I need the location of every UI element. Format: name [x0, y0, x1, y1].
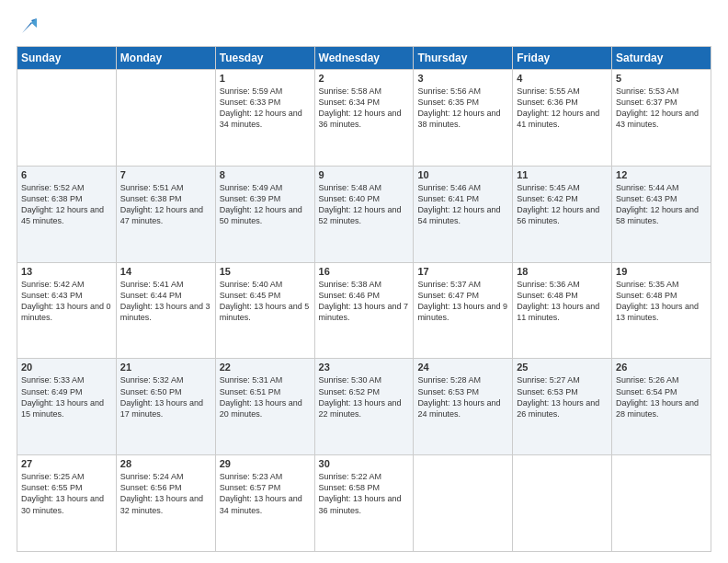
cell-details: Sunrise: 5:38 AM Sunset: 6:46 PM Dayligh… [319, 279, 410, 324]
calendar-cell: 23Sunrise: 5:30 AM Sunset: 6:52 PM Dayli… [314, 359, 414, 455]
calendar-week-row: 6Sunrise: 5:52 AM Sunset: 6:38 PM Daylig… [17, 166, 711, 262]
day-number: 30 [319, 458, 410, 469]
calendar-cell: 30Sunrise: 5:22 AM Sunset: 6:58 PM Dayli… [314, 455, 414, 552]
cell-details: Sunrise: 5:41 AM Sunset: 6:44 PM Dayligh… [120, 279, 211, 324]
day-number: 2 [319, 73, 410, 84]
page: SundayMondayTuesdayWednesdayThursdayFrid… [0, 0, 728, 563]
cell-details: Sunrise: 5:31 AM Sunset: 6:51 PM Dayligh… [220, 374, 311, 419]
cell-details: Sunrise: 5:48 AM Sunset: 6:40 PM Dayligh… [319, 182, 410, 227]
day-number: 28 [120, 458, 211, 469]
calendar-cell: 27Sunrise: 5:25 AM Sunset: 6:55 PM Dayli… [17, 455, 117, 552]
calendar-cell [17, 70, 117, 167]
day-number: 18 [517, 266, 608, 277]
cell-details: Sunrise: 5:36 AM Sunset: 6:48 PM Dayligh… [517, 279, 608, 324]
calendar-cell: 7Sunrise: 5:51 AM Sunset: 6:38 PM Daylig… [116, 166, 215, 262]
calendar-cell: 24Sunrise: 5:28 AM Sunset: 6:53 PM Dayli… [414, 359, 513, 455]
cell-details: Sunrise: 5:45 AM Sunset: 6:42 PM Dayligh… [517, 182, 608, 227]
header [17, 17, 711, 37]
day-number: 15 [220, 266, 311, 277]
weekday-header: Tuesday [215, 47, 314, 70]
day-number: 22 [220, 362, 311, 373]
day-number: 25 [517, 362, 608, 373]
weekday-header: Thursday [414, 47, 513, 70]
cell-details: Sunrise: 5:52 AM Sunset: 6:38 PM Dayligh… [21, 182, 112, 227]
cell-details: Sunrise: 5:25 AM Sunset: 6:55 PM Dayligh… [21, 471, 112, 516]
calendar-cell: 20Sunrise: 5:33 AM Sunset: 6:49 PM Dayli… [17, 359, 117, 455]
day-number: 16 [319, 266, 410, 277]
calendar-cell: 28Sunrise: 5:24 AM Sunset: 6:56 PM Dayli… [116, 455, 215, 552]
calendar-week-row: 27Sunrise: 5:25 AM Sunset: 6:55 PM Dayli… [17, 455, 711, 552]
weekday-header: Friday [513, 47, 612, 70]
day-number: 10 [417, 169, 508, 180]
day-number: 8 [220, 169, 311, 180]
calendar-cell: 2Sunrise: 5:58 AM Sunset: 6:34 PM Daylig… [314, 70, 414, 167]
day-number: 12 [616, 169, 707, 180]
cell-details: Sunrise: 5:46 AM Sunset: 6:41 PM Dayligh… [417, 182, 508, 227]
day-number: 29 [220, 458, 311, 469]
weekday-header: Sunday [17, 47, 117, 70]
calendar-cell: 10Sunrise: 5:46 AM Sunset: 6:41 PM Dayli… [414, 166, 513, 262]
cell-details: Sunrise: 5:56 AM Sunset: 6:35 PM Dayligh… [417, 86, 508, 131]
day-number: 24 [417, 362, 508, 373]
day-number: 19 [616, 266, 707, 277]
calendar-cell: 25Sunrise: 5:27 AM Sunset: 6:53 PM Dayli… [513, 359, 612, 455]
day-number: 27 [21, 458, 112, 469]
calendar-cell: 1Sunrise: 5:59 AM Sunset: 6:33 PM Daylig… [215, 70, 314, 167]
calendar-cell: 13Sunrise: 5:42 AM Sunset: 6:43 PM Dayli… [17, 262, 117, 359]
logo [17, 17, 39, 37]
day-number: 26 [616, 362, 707, 373]
day-number: 6 [21, 169, 112, 180]
calendar-cell: 18Sunrise: 5:36 AM Sunset: 6:48 PM Dayli… [513, 262, 612, 359]
calendar-cell: 3Sunrise: 5:56 AM Sunset: 6:35 PM Daylig… [414, 70, 513, 167]
cell-details: Sunrise: 5:49 AM Sunset: 6:39 PM Dayligh… [220, 182, 311, 227]
calendar-cell: 21Sunrise: 5:32 AM Sunset: 6:50 PM Dayli… [116, 359, 215, 455]
cell-details: Sunrise: 5:42 AM Sunset: 6:43 PM Dayligh… [21, 279, 112, 324]
calendar-cell: 15Sunrise: 5:40 AM Sunset: 6:45 PM Dayli… [215, 262, 314, 359]
day-number: 14 [120, 266, 211, 277]
calendar-cell: 14Sunrise: 5:41 AM Sunset: 6:44 PM Dayli… [116, 262, 215, 359]
calendar-cell [513, 455, 612, 552]
calendar-cell [612, 455, 711, 552]
calendar-cell: 16Sunrise: 5:38 AM Sunset: 6:46 PM Dayli… [314, 262, 414, 359]
cell-details: Sunrise: 5:40 AM Sunset: 6:45 PM Dayligh… [220, 279, 311, 324]
day-number: 3 [417, 73, 508, 84]
cell-details: Sunrise: 5:58 AM Sunset: 6:34 PM Dayligh… [319, 86, 410, 131]
cell-details: Sunrise: 5:30 AM Sunset: 6:52 PM Dayligh… [319, 374, 410, 419]
calendar-cell [414, 455, 513, 552]
day-number: 4 [517, 73, 608, 84]
cell-details: Sunrise: 5:59 AM Sunset: 6:33 PM Dayligh… [220, 86, 311, 131]
day-number: 21 [120, 362, 211, 373]
calendar-table: SundayMondayTuesdayWednesdayThursdayFrid… [17, 46, 711, 552]
calendar-cell: 19Sunrise: 5:35 AM Sunset: 6:48 PM Dayli… [612, 262, 711, 359]
day-number: 9 [319, 169, 410, 180]
calendar-cell: 12Sunrise: 5:44 AM Sunset: 6:43 PM Dayli… [612, 166, 711, 262]
calendar-week-row: 1Sunrise: 5:59 AM Sunset: 6:33 PM Daylig… [17, 70, 711, 167]
calendar-cell: 26Sunrise: 5:26 AM Sunset: 6:54 PM Dayli… [612, 359, 711, 455]
calendar-cell: 17Sunrise: 5:37 AM Sunset: 6:47 PM Dayli… [414, 262, 513, 359]
calendar-header-row: SundayMondayTuesdayWednesdayThursdayFrid… [17, 47, 711, 70]
day-number: 17 [417, 266, 508, 277]
cell-details: Sunrise: 5:26 AM Sunset: 6:54 PM Dayligh… [616, 374, 707, 419]
weekday-header: Wednesday [314, 47, 414, 70]
day-number: 1 [220, 73, 311, 84]
cell-details: Sunrise: 5:37 AM Sunset: 6:47 PM Dayligh… [417, 279, 508, 324]
cell-details: Sunrise: 5:35 AM Sunset: 6:48 PM Dayligh… [616, 279, 707, 324]
calendar-cell: 22Sunrise: 5:31 AM Sunset: 6:51 PM Dayli… [215, 359, 314, 455]
cell-details: Sunrise: 5:32 AM Sunset: 6:50 PM Dayligh… [120, 374, 211, 419]
calendar-cell: 11Sunrise: 5:45 AM Sunset: 6:42 PM Dayli… [513, 166, 612, 262]
weekday-header: Saturday [612, 47, 711, 70]
day-number: 23 [319, 362, 410, 373]
calendar-cell: 5Sunrise: 5:53 AM Sunset: 6:37 PM Daylig… [612, 70, 711, 167]
weekday-header: Monday [116, 47, 215, 70]
calendar-cell: 6Sunrise: 5:52 AM Sunset: 6:38 PM Daylig… [17, 166, 117, 262]
calendar-cell: 8Sunrise: 5:49 AM Sunset: 6:39 PM Daylig… [215, 166, 314, 262]
calendar-cell: 9Sunrise: 5:48 AM Sunset: 6:40 PM Daylig… [314, 166, 414, 262]
cell-details: Sunrise: 5:28 AM Sunset: 6:53 PM Dayligh… [417, 374, 508, 419]
calendar-cell: 4Sunrise: 5:55 AM Sunset: 6:36 PM Daylig… [513, 70, 612, 167]
cell-details: Sunrise: 5:24 AM Sunset: 6:56 PM Dayligh… [120, 471, 211, 516]
day-number: 13 [21, 266, 112, 277]
day-number: 7 [120, 169, 211, 180]
cell-details: Sunrise: 5:33 AM Sunset: 6:49 PM Dayligh… [21, 374, 112, 419]
cell-details: Sunrise: 5:55 AM Sunset: 6:36 PM Dayligh… [517, 86, 608, 131]
calendar-cell [116, 70, 215, 167]
